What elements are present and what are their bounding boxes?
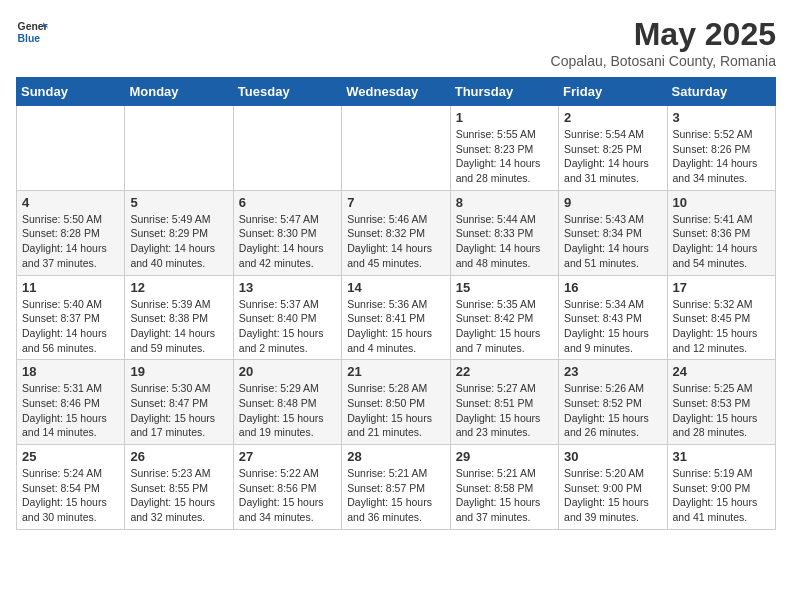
calendar-cell: 24Sunrise: 5:25 AM Sunset: 8:53 PM Dayli… xyxy=(667,360,775,445)
day-info: Sunrise: 5:46 AM Sunset: 8:32 PM Dayligh… xyxy=(347,212,444,271)
day-info: Sunrise: 5:21 AM Sunset: 8:57 PM Dayligh… xyxy=(347,466,444,525)
day-number: 19 xyxy=(130,364,227,379)
day-number: 10 xyxy=(673,195,770,210)
col-header-tuesday: Tuesday xyxy=(233,78,341,106)
calendar-cell: 16Sunrise: 5:34 AM Sunset: 8:43 PM Dayli… xyxy=(559,275,667,360)
day-number: 25 xyxy=(22,449,119,464)
day-info: Sunrise: 5:41 AM Sunset: 8:36 PM Dayligh… xyxy=(673,212,770,271)
day-number: 11 xyxy=(22,280,119,295)
calendar-cell: 7Sunrise: 5:46 AM Sunset: 8:32 PM Daylig… xyxy=(342,190,450,275)
day-info: Sunrise: 5:50 AM Sunset: 8:28 PM Dayligh… xyxy=(22,212,119,271)
day-info: Sunrise: 5:34 AM Sunset: 8:43 PM Dayligh… xyxy=(564,297,661,356)
col-header-thursday: Thursday xyxy=(450,78,558,106)
calendar-week-row: 25Sunrise: 5:24 AM Sunset: 8:54 PM Dayli… xyxy=(17,445,776,530)
day-info: Sunrise: 5:32 AM Sunset: 8:45 PM Dayligh… xyxy=(673,297,770,356)
day-number: 3 xyxy=(673,110,770,125)
day-number: 4 xyxy=(22,195,119,210)
col-header-wednesday: Wednesday xyxy=(342,78,450,106)
day-number: 17 xyxy=(673,280,770,295)
day-number: 1 xyxy=(456,110,553,125)
day-number: 30 xyxy=(564,449,661,464)
day-info: Sunrise: 5:54 AM Sunset: 8:25 PM Dayligh… xyxy=(564,127,661,186)
day-number: 9 xyxy=(564,195,661,210)
day-info: Sunrise: 5:36 AM Sunset: 8:41 PM Dayligh… xyxy=(347,297,444,356)
calendar-cell: 28Sunrise: 5:21 AM Sunset: 8:57 PM Dayli… xyxy=(342,445,450,530)
day-number: 20 xyxy=(239,364,336,379)
day-number: 27 xyxy=(239,449,336,464)
calendar-cell: 23Sunrise: 5:26 AM Sunset: 8:52 PM Dayli… xyxy=(559,360,667,445)
day-number: 26 xyxy=(130,449,227,464)
calendar-cell: 5Sunrise: 5:49 AM Sunset: 8:29 PM Daylig… xyxy=(125,190,233,275)
day-number: 23 xyxy=(564,364,661,379)
day-number: 29 xyxy=(456,449,553,464)
calendar-cell xyxy=(233,106,341,191)
calendar-week-row: 1Sunrise: 5:55 AM Sunset: 8:23 PM Daylig… xyxy=(17,106,776,191)
day-info: Sunrise: 5:27 AM Sunset: 8:51 PM Dayligh… xyxy=(456,381,553,440)
day-info: Sunrise: 5:30 AM Sunset: 8:47 PM Dayligh… xyxy=(130,381,227,440)
calendar-cell: 3Sunrise: 5:52 AM Sunset: 8:26 PM Daylig… xyxy=(667,106,775,191)
calendar-cell: 2Sunrise: 5:54 AM Sunset: 8:25 PM Daylig… xyxy=(559,106,667,191)
calendar-cell: 29Sunrise: 5:21 AM Sunset: 8:58 PM Dayli… xyxy=(450,445,558,530)
day-info: Sunrise: 5:31 AM Sunset: 8:46 PM Dayligh… xyxy=(22,381,119,440)
day-number: 2 xyxy=(564,110,661,125)
day-info: Sunrise: 5:49 AM Sunset: 8:29 PM Dayligh… xyxy=(130,212,227,271)
calendar-cell: 20Sunrise: 5:29 AM Sunset: 8:48 PM Dayli… xyxy=(233,360,341,445)
calendar-week-row: 4Sunrise: 5:50 AM Sunset: 8:28 PM Daylig… xyxy=(17,190,776,275)
calendar-table: SundayMondayTuesdayWednesdayThursdayFrid… xyxy=(16,77,776,530)
calendar-cell xyxy=(17,106,125,191)
calendar-cell: 8Sunrise: 5:44 AM Sunset: 8:33 PM Daylig… xyxy=(450,190,558,275)
svg-text:Blue: Blue xyxy=(18,33,41,44)
calendar-cell: 31Sunrise: 5:19 AM Sunset: 9:00 PM Dayli… xyxy=(667,445,775,530)
location-subtitle: Copalau, Botosani County, Romania xyxy=(551,53,776,69)
day-number: 13 xyxy=(239,280,336,295)
day-number: 5 xyxy=(130,195,227,210)
calendar-week-row: 11Sunrise: 5:40 AM Sunset: 8:37 PM Dayli… xyxy=(17,275,776,360)
day-info: Sunrise: 5:37 AM Sunset: 8:40 PM Dayligh… xyxy=(239,297,336,356)
day-number: 14 xyxy=(347,280,444,295)
calendar-cell: 18Sunrise: 5:31 AM Sunset: 8:46 PM Dayli… xyxy=(17,360,125,445)
calendar-cell: 11Sunrise: 5:40 AM Sunset: 8:37 PM Dayli… xyxy=(17,275,125,360)
general-blue-logo-icon: General Blue xyxy=(16,16,48,48)
day-number: 7 xyxy=(347,195,444,210)
day-info: Sunrise: 5:22 AM Sunset: 8:56 PM Dayligh… xyxy=(239,466,336,525)
day-info: Sunrise: 5:35 AM Sunset: 8:42 PM Dayligh… xyxy=(456,297,553,356)
calendar-cell: 30Sunrise: 5:20 AM Sunset: 9:00 PM Dayli… xyxy=(559,445,667,530)
calendar-cell: 25Sunrise: 5:24 AM Sunset: 8:54 PM Dayli… xyxy=(17,445,125,530)
calendar-cell: 21Sunrise: 5:28 AM Sunset: 8:50 PM Dayli… xyxy=(342,360,450,445)
calendar-cell: 10Sunrise: 5:41 AM Sunset: 8:36 PM Dayli… xyxy=(667,190,775,275)
page-header: General Blue May 2025 Copalau, Botosani … xyxy=(16,16,776,69)
calendar-cell: 26Sunrise: 5:23 AM Sunset: 8:55 PM Dayli… xyxy=(125,445,233,530)
calendar-cell: 15Sunrise: 5:35 AM Sunset: 8:42 PM Dayli… xyxy=(450,275,558,360)
calendar-cell: 17Sunrise: 5:32 AM Sunset: 8:45 PM Dayli… xyxy=(667,275,775,360)
day-info: Sunrise: 5:23 AM Sunset: 8:55 PM Dayligh… xyxy=(130,466,227,525)
day-info: Sunrise: 5:26 AM Sunset: 8:52 PM Dayligh… xyxy=(564,381,661,440)
day-number: 6 xyxy=(239,195,336,210)
day-info: Sunrise: 5:20 AM Sunset: 9:00 PM Dayligh… xyxy=(564,466,661,525)
day-info: Sunrise: 5:43 AM Sunset: 8:34 PM Dayligh… xyxy=(564,212,661,271)
day-number: 21 xyxy=(347,364,444,379)
day-info: Sunrise: 5:47 AM Sunset: 8:30 PM Dayligh… xyxy=(239,212,336,271)
day-info: Sunrise: 5:29 AM Sunset: 8:48 PM Dayligh… xyxy=(239,381,336,440)
calendar-cell xyxy=(125,106,233,191)
calendar-cell: 13Sunrise: 5:37 AM Sunset: 8:40 PM Dayli… xyxy=(233,275,341,360)
calendar-header-row: SundayMondayTuesdayWednesdayThursdayFrid… xyxy=(17,78,776,106)
calendar-cell: 4Sunrise: 5:50 AM Sunset: 8:28 PM Daylig… xyxy=(17,190,125,275)
logo: General Blue xyxy=(16,16,48,48)
day-info: Sunrise: 5:24 AM Sunset: 8:54 PM Dayligh… xyxy=(22,466,119,525)
calendar-cell: 19Sunrise: 5:30 AM Sunset: 8:47 PM Dayli… xyxy=(125,360,233,445)
calendar-cell: 14Sunrise: 5:36 AM Sunset: 8:41 PM Dayli… xyxy=(342,275,450,360)
calendar-week-row: 18Sunrise: 5:31 AM Sunset: 8:46 PM Dayli… xyxy=(17,360,776,445)
day-info: Sunrise: 5:19 AM Sunset: 9:00 PM Dayligh… xyxy=(673,466,770,525)
day-number: 31 xyxy=(673,449,770,464)
col-header-sunday: Sunday xyxy=(17,78,125,106)
calendar-cell: 1Sunrise: 5:55 AM Sunset: 8:23 PM Daylig… xyxy=(450,106,558,191)
day-info: Sunrise: 5:40 AM Sunset: 8:37 PM Dayligh… xyxy=(22,297,119,356)
day-info: Sunrise: 5:55 AM Sunset: 8:23 PM Dayligh… xyxy=(456,127,553,186)
day-info: Sunrise: 5:25 AM Sunset: 8:53 PM Dayligh… xyxy=(673,381,770,440)
title-block: May 2025 Copalau, Botosani County, Roman… xyxy=(551,16,776,69)
day-number: 18 xyxy=(22,364,119,379)
day-number: 28 xyxy=(347,449,444,464)
month-year-title: May 2025 xyxy=(551,16,776,53)
col-header-saturday: Saturday xyxy=(667,78,775,106)
calendar-cell: 27Sunrise: 5:22 AM Sunset: 8:56 PM Dayli… xyxy=(233,445,341,530)
